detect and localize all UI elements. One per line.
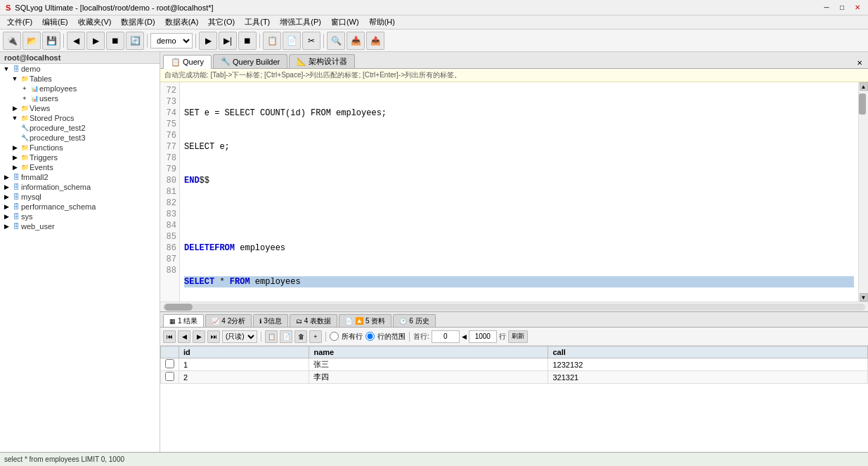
cut-button[interactable]: ✂ — [302, 32, 320, 50]
cell-id-1[interactable]: 1 — [179, 358, 309, 371]
nav-prev-icon[interactable]: ◀ — [462, 333, 467, 340]
tree-item-triggers[interactable]: ▶ 📁 Triggers — [0, 153, 160, 162]
tab-query-builder-label: Query Builder — [233, 58, 280, 66]
radio-limited-rows[interactable] — [365, 332, 375, 341]
horizontal-scrollbar-editor[interactable] — [160, 302, 868, 311]
paste-button[interactable]: 📄 — [283, 32, 301, 50]
close-button[interactable]: ✕ — [853, 3, 862, 13]
tree-item-users[interactable]: + 📊 users — [0, 93, 160, 103]
result-paste-button[interactable]: 📄 — [280, 330, 292, 343]
radio-all-rows[interactable] — [330, 332, 339, 341]
menu-item-收藏夹v[interactable]: 收藏夹(V) — [74, 16, 116, 29]
tree-item-employees[interactable]: + 📊 employees — [0, 84, 160, 93]
tree-item-proc1[interactable]: 🔧 procedure_test2 — [0, 123, 160, 133]
database-selector[interactable]: demo — [150, 33, 193, 48]
database-icon: 🗄 — [11, 203, 21, 210]
expand-icon: ▼ — [1, 65, 11, 72]
row-checkbox[interactable] — [161, 358, 179, 371]
code-editor[interactable]: SET e = SELECT COUNT(id) FROM employees;… — [180, 82, 858, 302]
result-last-button[interactable]: ⏭ — [207, 330, 220, 343]
menu-item-增强工具p[interactable]: 增强工具(P) — [276, 16, 325, 29]
tab-schema-designer[interactable]: 📐 架构设计器 — [289, 54, 355, 68]
execute-button[interactable]: ▶ — [199, 32, 217, 50]
vertical-scrollbar[interactable]: ▲ ▼ — [858, 82, 868, 302]
data-table: id name call 1 张三 1232132 — [160, 346, 868, 384]
tree-item-fmmall2[interactable]: ▶ 🗄 fmmall2 — [0, 172, 160, 182]
cell-call-2[interactable]: 321321 — [548, 371, 868, 384]
tree-item-storedprocs[interactable]: ▼ 📁 Stored Procs — [0, 113, 160, 123]
stop-query-button[interactable]: ⏹ — [238, 32, 257, 50]
menu-item-工具t[interactable]: 工具(T) — [240, 16, 274, 29]
new-connection-button[interactable]: 🔌 — [3, 32, 21, 50]
menu-item-帮助h[interactable]: 帮助(H) — [365, 16, 399, 29]
col-header-name: name — [309, 347, 548, 358]
copy-button[interactable]: 📋 — [263, 32, 281, 50]
scroll-down-button[interactable]: ▼ — [860, 293, 868, 302]
tree-item-mysql[interactable]: ▶ 🗄 mysql — [0, 192, 160, 202]
result-tab-2-label: 4 2分析 — [221, 316, 245, 326]
table-icon: 📊 — [30, 85, 39, 92]
table-row: 1 张三 1232132 — [161, 358, 868, 371]
result-tab-5[interactable]: 📄 🔼 5 资料 — [339, 314, 391, 327]
readonly-select[interactable]: (只读) — [222, 330, 257, 343]
result-delete-button[interactable]: 🗑 — [294, 330, 307, 343]
rows-count-input[interactable] — [469, 330, 497, 343]
tree-item-functions[interactable]: ▶ 📁 Functions — [0, 143, 160, 153]
tree-item-views[interactable]: ▶ 📁 Views — [0, 103, 160, 113]
toolbar-sep-2 — [147, 34, 148, 48]
tree-item-proc2[interactable]: 🔧 procedure_test3 — [0, 133, 160, 143]
search-button[interactable]: 🔍 — [327, 32, 345, 50]
tree-item-web-user[interactable]: ▶ 🗄 web_user — [0, 221, 160, 231]
scroll-up-button[interactable]: ▲ — [860, 82, 868, 91]
back-button[interactable]: ◀ — [67, 32, 85, 50]
result-first-button[interactable]: ⏮ — [163, 330, 176, 343]
result-copy-button[interactable]: 📋 — [265, 330, 278, 343]
menu-item-其它o[interactable]: 其它(O) — [204, 16, 239, 29]
save-button[interactable]: 💾 — [42, 32, 60, 50]
first-row-input[interactable] — [432, 330, 460, 343]
result-add-button[interactable]: + — [309, 330, 322, 343]
tree-item-demo[interactable]: ▼ 🗄 demo — [0, 64, 160, 74]
result-next-button[interactable]: ▶ — [193, 330, 205, 343]
tree-item-performance-schema[interactable]: ▶ 🗄 performance_schema — [0, 202, 160, 212]
stop-button[interactable]: ⏹ — [106, 32, 124, 50]
result-tab-1[interactable]: ▦ 1 结果 — [163, 314, 204, 327]
menu-item-数据库d[interactable]: 数据库(D) — [117, 16, 159, 29]
result-tab-2[interactable]: 📈 4 2分析 — [205, 314, 252, 327]
proc-icon: 🔧 — [20, 124, 30, 131]
cell-id-2[interactable]: 2 — [179, 371, 309, 384]
export-button[interactable]: 📤 — [366, 32, 384, 50]
cell-call-1[interactable]: 1232132 — [548, 358, 868, 371]
tab-query[interactable]: 📋 Query — [163, 55, 212, 69]
open-button[interactable]: 📂 — [22, 32, 41, 50]
result-prev-button[interactable]: ◀ — [178, 330, 190, 343]
refresh-result-button[interactable]: 刷新 — [508, 330, 528, 343]
tree-item-information-schema[interactable]: ▶ 🗄 information_schema — [0, 182, 160, 192]
tree-item-events[interactable]: ▶ 📁 Events — [0, 162, 160, 172]
minimize-button[interactable]: ─ — [822, 3, 831, 13]
menu-item-数据表a[interactable]: 数据表(A) — [161, 16, 203, 29]
result-tab-6[interactable]: 🕑 6 历史 — [393, 314, 435, 327]
scroll-thumb[interactable] — [859, 93, 866, 115]
tab-schema-icon: 📐 — [297, 57, 306, 66]
cell-name-2[interactable]: 李四 — [309, 371, 548, 384]
tree-item-tables[interactable]: ▼ 📁 Tables — [0, 74, 160, 84]
menu-item-文件f[interactable]: 文件(F) — [3, 16, 37, 29]
tree-item-sys[interactable]: ▶ 🗄 sys — [0, 212, 160, 221]
execute-selection-button[interactable]: ▶| — [219, 32, 237, 50]
menu-item-编辑e[interactable]: 编辑(E) — [38, 16, 72, 29]
toolbar-sep-3 — [195, 34, 196, 48]
row-checkbox[interactable] — [161, 371, 179, 384]
cell-name-1[interactable]: 张三 — [309, 358, 548, 371]
maximize-button[interactable]: □ — [837, 3, 847, 13]
result-tab-3[interactable]: ℹ 3信息 — [253, 314, 288, 327]
tab-query-builder[interactable]: 🔧 Query Builder — [213, 54, 287, 68]
result-tab-4[interactable]: 🗂 4 表数据 — [290, 314, 337, 327]
refresh-button[interactable]: 🔄 — [126, 32, 144, 50]
panel-close-icon[interactable]: ✕ — [854, 58, 865, 68]
forward-button[interactable]: ▶ — [86, 32, 105, 50]
import-button[interactable]: 📥 — [346, 32, 365, 50]
menu-item-窗口w[interactable]: 窗口(W) — [327, 16, 363, 29]
result-tab-3-label: 3信息 — [264, 316, 282, 326]
hscroll-thumb[interactable] — [164, 304, 193, 311]
